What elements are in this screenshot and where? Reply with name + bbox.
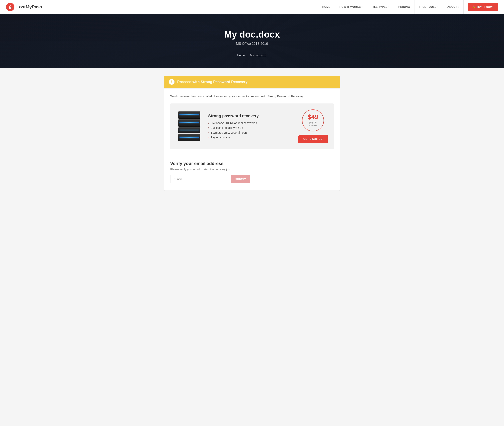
nav-item-file-types[interactable]: FILE TYPES ▾ <box>367 0 394 14</box>
chevron-right-icon: › <box>208 122 209 124</box>
server-illustration <box>176 111 202 142</box>
service-features-list: › Dictionary: 20+ billion real passwords… <box>208 121 292 139</box>
chevron-down-icon: ▾ <box>458 6 459 8</box>
email-form: SUBMIT <box>170 175 250 183</box>
submit-button[interactable]: SUBMIT <box>231 175 250 183</box>
chevron-right-icon: › <box>208 136 209 139</box>
get-started-button[interactable]: GET STARTED <box>298 135 328 143</box>
nav-item-about[interactable]: ABOUT ▾ <box>443 0 464 14</box>
card-message: Weak password recovery failed. Please ve… <box>170 94 334 98</box>
breadcrumb-home-link[interactable]: Home <box>237 54 245 57</box>
service-feature-item: › Estimated time: several hours <box>208 131 292 134</box>
alert-title: Proceed with Strong Password Recovery <box>177 80 247 84</box>
email-section-description: Please verify your email to start the re… <box>170 168 334 171</box>
navbar: LostMyPass HOME HOW IT WORKS ▾ FILE TYPE… <box>0 0 504 14</box>
page-title: My doc.docx <box>224 29 280 40</box>
service-feature-item: › Success probability ≈ 61% <box>208 126 292 129</box>
breadcrumb-current: My doc.docx <box>250 54 266 57</box>
svg-point-1 <box>10 7 11 8</box>
logo-link[interactable]: LostMyPass <box>6 3 42 11</box>
chevron-down-icon: ▾ <box>361 6 363 8</box>
lock-icon: 🔒 <box>472 5 475 8</box>
try-it-now-button[interactable]: 🔒 TRY IT NOW! <box>468 3 498 11</box>
server-unit <box>178 134 200 142</box>
main-content: ! Proceed with Strong Password Recovery … <box>160 76 344 191</box>
chevron-down-icon: ▾ <box>437 6 439 8</box>
server-stack <box>178 111 200 142</box>
server-unit <box>178 128 200 133</box>
price-circle: $49 pay onsuccess <box>302 109 324 131</box>
service-box: Strong password recovery › Dictionary: 2… <box>170 103 334 149</box>
email-verification-section: Verify your email address Please verify … <box>170 161 334 183</box>
email-input[interactable] <box>170 175 231 183</box>
chevron-right-icon: › <box>208 126 209 129</box>
nav-item-how-it-works[interactable]: HOW IT WORKS ▾ <box>335 0 367 14</box>
alert-banner: ! Proceed with Strong Password Recovery <box>164 76 340 88</box>
nav-item-free-tools[interactable]: FREE TOOLS ▾ <box>414 0 443 14</box>
main-card: Weak password recovery failed. Please ve… <box>164 88 340 191</box>
alert-icon: ! <box>169 79 174 85</box>
email-section-title: Verify your email address <box>170 161 334 166</box>
chevron-right-icon: › <box>208 131 209 134</box>
chevron-down-icon: ▾ <box>388 6 389 8</box>
price-label: pay onsuccess <box>309 121 317 127</box>
logo-text: LostMyPass <box>16 4 42 10</box>
breadcrumb: Home / My doc.docx <box>237 54 267 57</box>
nav-item-pricing[interactable]: PRICING <box>394 0 415 14</box>
price-area: $49 pay onsuccess GET STARTED <box>298 109 328 143</box>
nav-links: HOME HOW IT WORKS ▾ FILE TYPES ▾ PRICING… <box>318 0 464 14</box>
server-unit <box>178 111 200 119</box>
logo-icon <box>6 3 14 11</box>
service-details: Strong password recovery › Dictionary: 2… <box>208 114 292 139</box>
server-unit <box>178 120 200 127</box>
nav-item-home[interactable]: HOME <box>318 0 335 14</box>
service-feature-item: › Pay on success <box>208 136 292 139</box>
service-title: Strong password recovery <box>208 114 292 118</box>
price-amount: $49 <box>308 114 318 120</box>
hero-section: My doc.docx MS Office 2013-2019 Home / M… <box>0 14 504 68</box>
service-feature-item: › Dictionary: 20+ billion real passwords <box>208 121 292 125</box>
hero-subtitle: MS Office 2013-2019 <box>236 42 268 46</box>
breadcrumb-separator: / <box>246 54 247 57</box>
